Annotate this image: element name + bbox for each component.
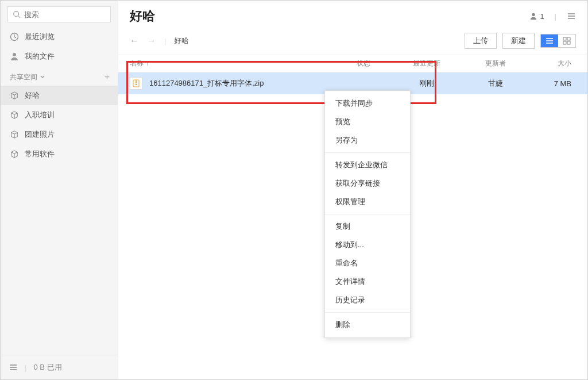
context-menu: 下载并同步 预览 另存为 转发到企业微信 获取分享链接 权限管理 复制 移动到.… bbox=[324, 90, 411, 338]
menu-get-link[interactable]: 获取分享链接 bbox=[325, 174, 410, 193]
forward-button[interactable]: → bbox=[147, 36, 156, 46]
menu-history[interactable]: 历史记录 bbox=[325, 291, 410, 309]
chevron-down-icon[interactable] bbox=[40, 74, 45, 80]
grid-view-button[interactable] bbox=[558, 34, 575, 47]
sidebar-item-label: 好哈 bbox=[25, 90, 40, 101]
nav-myfiles-label: 我的文件 bbox=[25, 51, 55, 62]
svg-rect-7 bbox=[563, 41, 566, 44]
cube-icon bbox=[10, 91, 19, 100]
file-updater: 甘婕 bbox=[461, 78, 530, 89]
cube-icon bbox=[10, 130, 19, 139]
col-updated-header[interactable]: 最近更新 bbox=[392, 59, 461, 68]
toolbar: ← → | 好哈 上传 新建 bbox=[118, 29, 587, 55]
view-toggle bbox=[540, 34, 576, 48]
person-icon bbox=[529, 12, 537, 20]
zip-file-icon bbox=[130, 77, 142, 90]
cube-icon bbox=[10, 110, 19, 120]
menu-rename[interactable]: 重命名 bbox=[325, 254, 410, 272]
shared-space-label: 共享空间 bbox=[10, 72, 37, 82]
more-menu-icon[interactable] bbox=[567, 11, 576, 21]
menu-separator bbox=[325, 152, 410, 153]
file-name: 1611274986171_打标专用字体.zip bbox=[149, 78, 264, 89]
sidebar-item-2[interactable]: 团建照片 bbox=[1, 125, 118, 144]
main-header: 好哈 1 | bbox=[118, 1, 587, 29]
menu-move-to[interactable]: 移动到... bbox=[325, 236, 410, 254]
menu-forward-wecom[interactable]: 转发到企业微信 bbox=[325, 156, 410, 174]
col-name-header[interactable]: 名称 ↑ bbox=[130, 59, 335, 68]
col-updater-header[interactable]: 更新者 bbox=[461, 59, 530, 68]
clock-icon bbox=[10, 32, 19, 41]
breadcrumb[interactable]: 好哈 bbox=[174, 36, 189, 46]
svg-point-0 bbox=[14, 11, 19, 17]
svg-point-3 bbox=[13, 53, 16, 56]
search-input[interactable] bbox=[24, 10, 106, 19]
svg-rect-6 bbox=[567, 37, 570, 40]
svg-rect-8 bbox=[567, 41, 570, 44]
col-size-header[interactable]: 大小 bbox=[530, 59, 576, 68]
nav-recent[interactable]: 最近浏览 bbox=[1, 27, 118, 47]
nav-recent-label: 最近浏览 bbox=[25, 32, 55, 42]
menu-copy[interactable]: 复制 bbox=[325, 217, 410, 236]
sidebar-item-0[interactable]: 好哈 bbox=[1, 86, 118, 105]
menu-save-as[interactable]: 另存为 bbox=[325, 131, 410, 149]
search-box[interactable] bbox=[7, 6, 111, 22]
menu-permission[interactable]: 权限管理 bbox=[325, 193, 410, 211]
new-button[interactable]: 新建 bbox=[502, 33, 535, 49]
sidebar-item-1[interactable]: 入职培训 bbox=[1, 105, 118, 125]
storage-usage: 0 B 已用 bbox=[33, 362, 61, 373]
members-badge[interactable]: 1 bbox=[529, 12, 544, 21]
menu-icon[interactable] bbox=[9, 363, 18, 372]
menu-preview[interactable]: 预览 bbox=[325, 113, 410, 131]
cube-icon bbox=[10, 149, 19, 159]
menu-separator bbox=[325, 312, 410, 313]
file-size: 7 MB bbox=[530, 79, 576, 88]
menu-details[interactable]: 文件详情 bbox=[325, 272, 410, 291]
svg-rect-5 bbox=[563, 37, 566, 40]
sidebar-item-label: 入职培训 bbox=[25, 110, 55, 120]
sidebar-footer: | 0 B 已用 bbox=[1, 355, 118, 379]
svg-line-1 bbox=[18, 16, 21, 18]
menu-download-sync[interactable]: 下载并同步 bbox=[325, 94, 410, 113]
sidebar-item-label: 团建照片 bbox=[25, 129, 55, 140]
menu-delete[interactable]: 删除 bbox=[325, 316, 410, 334]
col-status-header[interactable]: 状态 bbox=[335, 59, 392, 68]
sidebar-item-label: 常用软件 bbox=[25, 149, 55, 159]
list-view-button[interactable] bbox=[541, 34, 558, 47]
table-header: 名称 ↑ 状态 最近更新 更新者 大小 bbox=[118, 55, 587, 72]
person-icon bbox=[10, 52, 19, 61]
shared-space-header: 共享空间 + bbox=[1, 66, 118, 86]
svg-point-4 bbox=[532, 13, 535, 16]
sidebar: 最近浏览 我的文件 共享空间 + 好哈 入职培训 团建照片 bbox=[1, 1, 118, 379]
file-updated: 刚刚 bbox=[392, 78, 461, 89]
page-title: 好哈 bbox=[130, 7, 155, 25]
sidebar-item-3[interactable]: 常用软件 bbox=[1, 144, 118, 164]
search-icon bbox=[13, 10, 21, 18]
back-button[interactable]: ← bbox=[130, 36, 139, 46]
menu-separator bbox=[325, 214, 410, 214]
header-right: 1 | bbox=[529, 11, 576, 21]
upload-button[interactable]: 上传 bbox=[465, 33, 497, 49]
add-space-button[interactable]: + bbox=[105, 72, 110, 82]
nav-myfiles[interactable]: 我的文件 bbox=[1, 47, 118, 66]
